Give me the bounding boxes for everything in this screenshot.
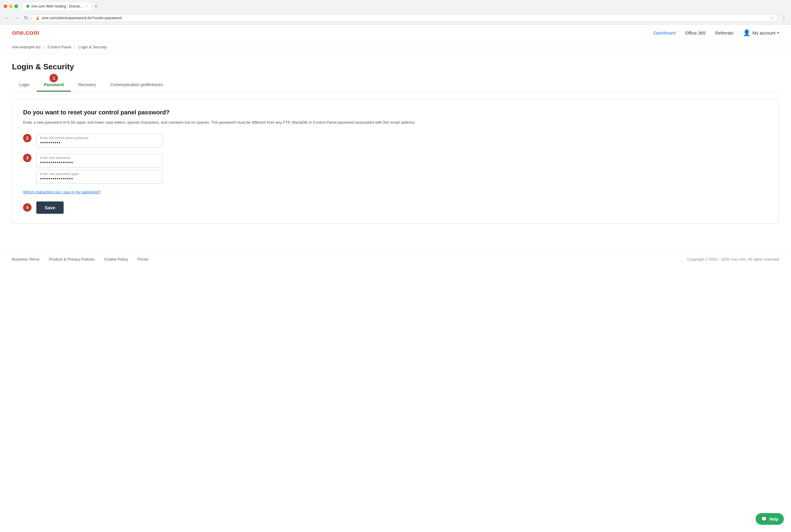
account-icon: 👤: [743, 29, 751, 36]
logo-text: one: [12, 29, 24, 36]
nav-dashboard[interactable]: Dashboard: [654, 30, 675, 35]
old-password-input[interactable]: [37, 139, 162, 147]
reload-button[interactable]: ↻: [23, 14, 29, 22]
browser-addressbar: ← → ↻ 🔒 one.com/admin/password.do?route=…: [0, 13, 791, 24]
browser-controls: [4, 4, 18, 8]
site-footer: Business Terms Product & Privacy Policie…: [0, 251, 791, 267]
footer-copyright: Copyright © 2002 - 2020 one.com. All rig…: [687, 257, 779, 262]
tab-recovery-label: Recovery: [78, 82, 96, 87]
site-header: one.com Dashboard Office 365 Referrals 👤…: [0, 25, 791, 41]
new-password-label: Enter new password: [37, 154, 162, 159]
footer-cookie-policy[interactable]: Cookie Policy: [104, 257, 128, 262]
card-title: Do you want to reset your control panel …: [23, 109, 768, 116]
step-badge-3: 3: [23, 154, 32, 162]
breadcrumb-sep-2: |: [74, 45, 75, 49]
browser-titlebar: one.com Web hosting - Domai... × +: [0, 0, 791, 13]
old-password-field[interactable]: Enter old control panel password: [36, 134, 162, 148]
browser-tab[interactable]: one.com Web hosting - Domai... ×: [23, 2, 91, 10]
main-nav: Dashboard Office 365 Referrals: [654, 30, 733, 35]
nav-referrals[interactable]: Referrals: [715, 30, 733, 35]
window-close-button[interactable]: [4, 4, 7, 8]
nav-office365[interactable]: Office 365: [685, 30, 706, 35]
tab-close-icon[interactable]: ×: [85, 5, 88, 8]
chevron-down-icon: ▾: [777, 31, 779, 35]
back-button[interactable]: ←: [4, 14, 11, 22]
bookmark-icon[interactable]: ☆: [770, 16, 774, 20]
new-password-section: 3 Enter new password Enter new password …: [23, 154, 768, 186]
old-password-group: Enter old control panel password: [36, 134, 768, 148]
which-chars-link[interactable]: Which characters can I use in my passwor…: [23, 190, 768, 194]
address-bar[interactable]: 🔒 one.com/admin/password.do?route=passwo…: [32, 14, 778, 22]
window-minimize-button[interactable]: [9, 4, 13, 8]
logo-com: com: [25, 29, 39, 36]
site-logo: one.com: [12, 29, 39, 37]
tab-password-label: Password: [44, 82, 64, 87]
tabs: Login 1 Password Recovery Communication …: [12, 79, 779, 92]
new-password-again-field[interactable]: Enter new password again: [36, 170, 162, 184]
my-account-label: My account: [752, 30, 775, 35]
step-badge-2: 2: [23, 134, 32, 142]
breadcrumb-sep-1: |: [43, 45, 44, 49]
tab-login[interactable]: Login: [12, 79, 37, 92]
page-content: Login & Security Login 1 Password Recove…: [0, 53, 791, 233]
tab-login-label: Login: [19, 82, 30, 87]
lock-icon: 🔒: [35, 16, 40, 20]
password-reset-card: Do you want to reset your control panel …: [12, 99, 779, 224]
old-password-label: Enter old control panel password: [37, 134, 162, 139]
card-description: Enter a new password of 6-50 upper and l…: [23, 119, 768, 126]
new-password-again-input[interactable]: [37, 176, 162, 184]
browser-menu-button[interactable]: ⋮: [780, 14, 787, 22]
tab-title: one.com Web hosting - Domai...: [31, 4, 82, 8]
footer-prices[interactable]: Prices: [137, 257, 148, 262]
breadcrumb-login-security[interactable]: Login & Security: [78, 45, 107, 49]
new-password-again-label: Enter new password again: [37, 170, 162, 176]
browser-chrome: one.com Web hosting - Domai... × + ← → ↻…: [0, 0, 791, 25]
new-password-group: Enter new password: [36, 154, 768, 168]
save-section: 4 Save: [23, 202, 768, 214]
breadcrumb: one-example.biz | Control Panel | Login …: [0, 41, 791, 53]
new-password-again-group: Enter new password again: [36, 170, 768, 184]
window-maximize-button[interactable]: [14, 4, 18, 8]
new-tab-button[interactable]: +: [95, 4, 97, 9]
tab-favicon-icon: [26, 5, 30, 8]
breadcrumb-domain[interactable]: one-example.biz: [12, 45, 40, 49]
breadcrumb-control-panel[interactable]: Control Panel: [48, 45, 72, 49]
tab-password[interactable]: 1 Password: [37, 79, 71, 92]
step-badge-1: 1: [50, 74, 58, 82]
forward-button[interactable]: →: [13, 14, 20, 22]
page-title: Login & Security: [12, 62, 779, 72]
tab-recovery[interactable]: Recovery: [71, 79, 103, 92]
new-password-input[interactable]: [37, 159, 162, 167]
my-account-menu[interactable]: 👤 My account ▾: [743, 29, 779, 36]
url-text: one.com/admin/password.do?route=password: [42, 16, 768, 20]
footer-product-privacy[interactable]: Product & Privacy Policies: [49, 257, 95, 262]
old-password-section: 2 Enter old control panel password: [23, 134, 768, 150]
new-password-fields-container: Enter new password Enter new password ag…: [36, 154, 768, 186]
tab-communication[interactable]: Communication preferences: [103, 79, 170, 92]
new-password-field[interactable]: Enter new password: [36, 154, 162, 168]
old-password-field-container: Enter old control panel password: [36, 134, 768, 150]
tab-communication-label: Communication preferences: [111, 82, 163, 87]
step-badge-4: 4: [23, 203, 32, 212]
save-button[interactable]: Save: [36, 202, 64, 214]
footer-business-terms[interactable]: Business Terms: [12, 257, 40, 262]
